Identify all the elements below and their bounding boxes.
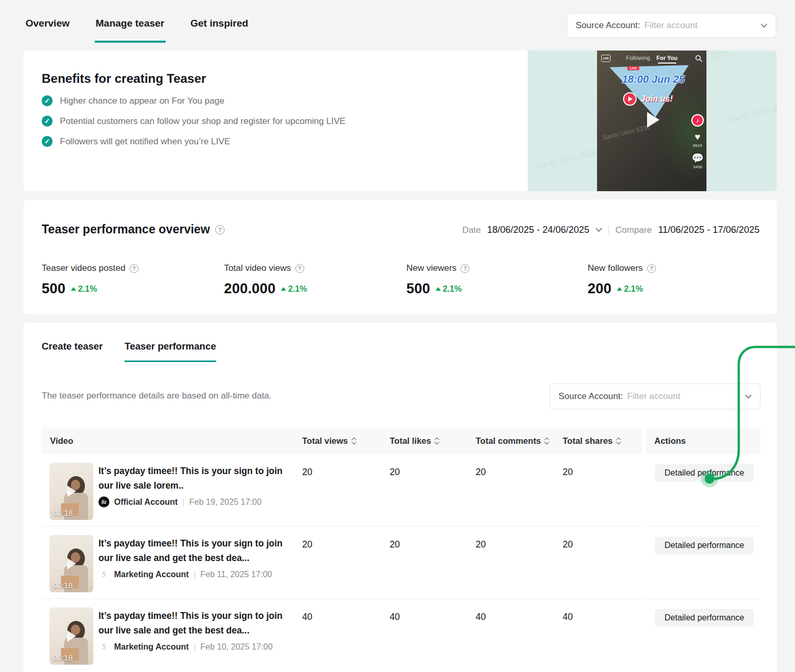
- actions-row: Detailed performance: [646, 454, 761, 527]
- table-row: 00:18 It’s payday timee!! This is your s…: [42, 454, 642, 527]
- play-icon: [67, 486, 76, 497]
- actions-row: Detailed performance: [646, 599, 761, 671]
- preview-side-icons: ♪ ♥ 991K 💬 3456: [691, 114, 704, 169]
- col-total-shares: Total shares: [563, 436, 613, 446]
- source-account-filter-table[interactable]: Source Account: Filter account: [550, 383, 761, 409]
- detailed-performance-button[interactable]: Detailed performance: [655, 537, 754, 554]
- benefit-text: Potential customers can follow your shop…: [60, 116, 345, 127]
- marketing-account-icon: S: [98, 641, 109, 652]
- col-total-likes: Total likes: [390, 436, 431, 446]
- video-duration: 00:18: [53, 653, 73, 662]
- preview-tab-for-you: For You: [656, 55, 678, 61]
- metric-change: 2.1%: [281, 284, 307, 294]
- table-row: 00:18 It’s payday timee!! This is your s…: [42, 527, 642, 599]
- marketing-account-icon: S: [98, 569, 109, 580]
- compare-range-value: 11/06/2025 - 17/06/2025: [658, 225, 760, 235]
- video-thumbnail[interactable]: 00:18: [49, 607, 93, 665]
- preview-top-bar: LIVE Following For You: [597, 55, 706, 61]
- comment-icon: 💬: [691, 153, 704, 163]
- chevron-down-icon[interactable]: [595, 228, 602, 232]
- metric-label: New followers: [588, 263, 643, 273]
- detailed-performance-button[interactable]: Detailed performance: [655, 609, 754, 627]
- live-tag: LIVE: [627, 66, 639, 70]
- tab-create-teaser[interactable]: Create teaser: [42, 341, 103, 362]
- arrow-up-icon: [436, 287, 441, 291]
- teaser-datetime: 18:00 Jun 25: [606, 73, 700, 85]
- teaser-video-preview[interactable]: LIVE Following For You LIVE 18:00 Jun 25…: [597, 51, 706, 191]
- col-total-views: Total views: [302, 436, 348, 446]
- top-nav: Overview Manage teaser Get inspired: [24, 0, 249, 43]
- tab-manage-teaser[interactable]: Manage teaser: [95, 18, 166, 43]
- tab-get-inspired[interactable]: Get inspired: [190, 18, 250, 43]
- video-thumbnail[interactable]: 00:18: [49, 463, 93, 520]
- actions-row: Detailed performance: [646, 527, 761, 599]
- metric-label: Teaser videos posted: [42, 263, 126, 273]
- cell-total-shares: 20: [563, 467, 573, 478]
- video-thumbnail[interactable]: 00:18: [49, 535, 93, 592]
- compare-label: Compare: [615, 225, 652, 235]
- watermark-text: Santo Unsri 6332: [535, 147, 600, 171]
- video-meta: S Marketing Account | Feb 11, 2025 17:00: [98, 569, 272, 580]
- metric-value: 500: [42, 281, 66, 297]
- source-account-placeholder: Filter account: [627, 391, 745, 402]
- video-title: It’s payday timee!! This is your sign to…: [98, 464, 292, 493]
- detailed-performance-button[interactable]: Detailed performance: [655, 464, 754, 482]
- actions-header: Actions: [646, 427, 761, 454]
- source-account-filter-top[interactable]: Source Account: Filter account: [567, 13, 776, 38]
- page: Overview Manage teaser Get inspired Sour…: [0, 0, 795, 672]
- benefit-item: ✓ Followers will get notified when you’r…: [42, 136, 230, 147]
- account-name: Official Account: [114, 497, 178, 507]
- help-icon[interactable]: ?: [647, 264, 656, 273]
- official-account-icon: llz: [98, 496, 109, 507]
- col-video: Video: [50, 436, 73, 446]
- sort-icon[interactable]: [351, 437, 357, 445]
- col-actions: Actions: [654, 436, 686, 446]
- cell-total-views: 20: [302, 539, 312, 550]
- date-label: Date: [462, 225, 481, 235]
- live-tv-icon: LIVE: [601, 55, 611, 62]
- divider: |: [182, 497, 184, 507]
- tab-overview[interactable]: Overview: [24, 18, 71, 43]
- sort-icon[interactable]: [544, 437, 550, 445]
- tab-teaser-performance[interactable]: Teaser performance: [125, 341, 216, 362]
- help-icon[interactable]: ?: [295, 264, 304, 273]
- sort-icon[interactable]: [616, 437, 622, 445]
- check-icon: ✓: [42, 95, 53, 106]
- metric-value: 200.000: [224, 281, 276, 297]
- teaser-sub-tabs: Create teaser Teaser performance: [42, 341, 216, 362]
- help-icon[interactable]: ?: [215, 225, 225, 234]
- source-account-label: Source Account:: [558, 391, 623, 402]
- comments-count: 3456: [693, 165, 702, 169]
- divider: |: [193, 570, 195, 579]
- benefits-title: Benefits for creating Teaser: [42, 71, 206, 86]
- likes-count: 991K: [693, 143, 703, 148]
- benefit-text: Followers will get notified when you’re …: [60, 136, 230, 147]
- table-header: Video Total views Total likes Total comm…: [42, 427, 642, 454]
- account-name: Marketing Account: [114, 570, 189, 579]
- help-icon[interactable]: ?: [461, 264, 469, 273]
- cell-total-comments: 40: [476, 612, 486, 623]
- play-icon: [67, 630, 76, 642]
- check-icon: ✓: [42, 116, 53, 127]
- video-duration: 00:18: [53, 581, 73, 590]
- col-total-comments: Total comments: [476, 436, 541, 446]
- date-range-value[interactable]: 18/06/2025 - 24/06/2025: [487, 225, 589, 235]
- cell-total-shares: 20: [563, 539, 573, 550]
- cell-total-views: 40: [302, 612, 312, 623]
- arrow-up-icon: [281, 287, 286, 291]
- heart-icon: ♥: [694, 132, 700, 142]
- metric-change: 2.1%: [436, 284, 462, 294]
- help-icon[interactable]: ?: [130, 264, 139, 273]
- all-time-data-note: The teaser performance details are based…: [42, 391, 271, 401]
- cell-total-comments: 20: [476, 467, 486, 478]
- metric-value: 200: [588, 281, 612, 297]
- actions-column: Actions Detailed performance Detailed pe…: [646, 427, 761, 671]
- metric-new-viewers: New viewers? 5002.1%: [406, 263, 469, 297]
- source-account-placeholder: Filter account: [644, 20, 761, 31]
- source-account-label: Source Account:: [576, 20, 640, 31]
- sort-icon[interactable]: [434, 437, 440, 445]
- post-date: Feb 11, 2025 17:00: [201, 570, 272, 579]
- cell-total-likes: 20: [390, 539, 400, 550]
- teaser-table: Video Total views Total likes Total comm…: [42, 427, 642, 671]
- cell-total-likes: 20: [390, 467, 400, 478]
